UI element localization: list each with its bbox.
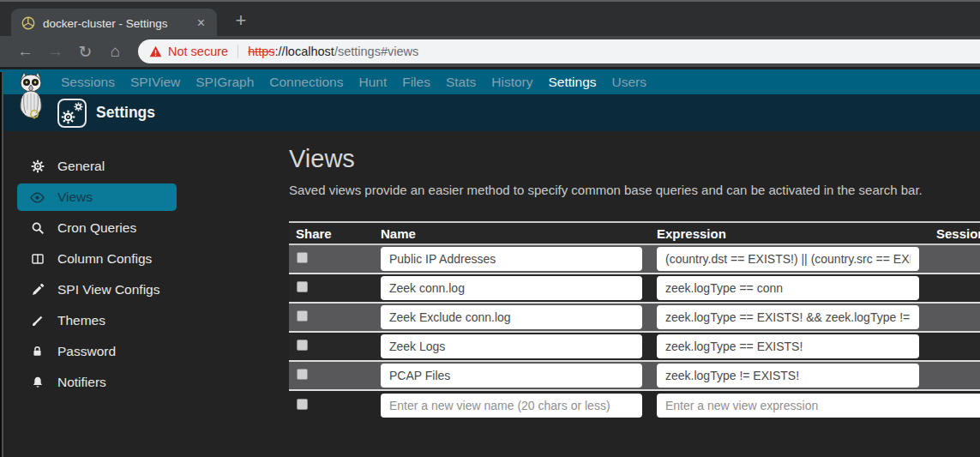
gear-icon bbox=[30, 159, 45, 174]
sidebar-label: General bbox=[57, 159, 105, 174]
page-title: Views bbox=[289, 145, 980, 173]
columns-icon bbox=[30, 252, 45, 267]
sidebar-label: Cron Queries bbox=[57, 220, 136, 236]
url-host: ://localhost bbox=[275, 45, 334, 58]
nav-history[interactable]: History bbox=[484, 75, 540, 90]
table-row bbox=[289, 333, 980, 362]
view-name-input[interactable] bbox=[381, 247, 642, 271]
view-name-input[interactable] bbox=[381, 334, 642, 358]
sidebar-item-themes[interactable]: Themes bbox=[17, 307, 177, 334]
table-row bbox=[289, 274, 980, 304]
url-path: /settings#views bbox=[334, 45, 418, 58]
favicon-arkime-icon bbox=[21, 16, 35, 30]
new-view-expression-input[interactable] bbox=[657, 394, 980, 418]
new-view-name-input[interactable] bbox=[381, 394, 642, 418]
nav-connections[interactable]: Connections bbox=[262, 75, 351, 90]
eye-icon bbox=[30, 190, 45, 205]
share-checkbox[interactable] bbox=[297, 252, 308, 263]
lock-icon bbox=[30, 345, 45, 359]
sidebar-item-views[interactable]: Views bbox=[17, 183, 177, 211]
col-expression: Expression bbox=[657, 226, 924, 241]
window-border bbox=[0, 72, 3, 457]
nav-files[interactable]: Files bbox=[394, 75, 438, 90]
share-checkbox[interactable] bbox=[297, 399, 308, 410]
tab-title: docker-cluster - Settings bbox=[43, 17, 188, 30]
browser-toolbar: ← → ↻ ⌂ Not secure https://localhost/set… bbox=[0, 36, 980, 69]
views-table-header: Share Name Expression Sessions bbox=[289, 221, 980, 245]
table-row bbox=[289, 362, 980, 391]
page-subheader: Settings bbox=[0, 94, 980, 131]
sidebar-item-spi-view-configs[interactable]: SPI View Configs bbox=[17, 276, 177, 304]
views-panel: Views Saved views provide an easier meth… bbox=[289, 134, 980, 420]
omnibox-divider bbox=[237, 45, 238, 58]
home-icon[interactable]: ⌂ bbox=[100, 42, 130, 61]
tab-close-icon[interactable]: × bbox=[195, 15, 207, 31]
view-expression-input[interactable] bbox=[657, 305, 919, 329]
eyedropper-icon bbox=[30, 283, 45, 298]
nav-spigraph[interactable]: SPIGraph bbox=[188, 75, 262, 90]
arkime-owl-logo[interactable] bbox=[13, 71, 49, 123]
nav-users[interactable]: Users bbox=[604, 75, 654, 90]
view-expression-input[interactable] bbox=[657, 364, 919, 388]
table-row bbox=[289, 304, 980, 333]
view-expression-input[interactable] bbox=[657, 247, 919, 271]
forward-icon[interactable]: → bbox=[40, 42, 70, 61]
sidebar-label: Notifiers bbox=[57, 375, 106, 390]
table-row bbox=[289, 245, 980, 274]
settings-gears-icon bbox=[57, 99, 87, 128]
sidebar-item-cron-queries[interactable]: Cron Queries bbox=[17, 214, 177, 242]
url-scheme: https bbox=[248, 45, 274, 58]
view-name-input[interactable] bbox=[381, 276, 642, 300]
new-tab-button[interactable]: + bbox=[228, 9, 254, 33]
not-secure-label: Not secure bbox=[168, 45, 228, 58]
nav-hunt[interactable]: Hunt bbox=[351, 75, 394, 90]
view-name-input[interactable] bbox=[381, 364, 642, 388]
nav-stats[interactable]: Stats bbox=[438, 75, 484, 90]
view-expression-input[interactable] bbox=[657, 334, 919, 358]
col-sessions: Sessions bbox=[924, 226, 980, 241]
sidebar-label: Themes bbox=[57, 313, 105, 328]
browser-tab[interactable]: docker-cluster - Settings × bbox=[11, 9, 217, 38]
share-checkbox[interactable] bbox=[297, 340, 308, 351]
sidebar-item-password[interactable]: Password bbox=[17, 338, 177, 365]
nav-settings[interactable]: Settings bbox=[541, 75, 604, 90]
sidebar-label: SPI View Configs bbox=[57, 282, 159, 298]
bell-icon bbox=[30, 376, 45, 390]
settings-sidebar: General Views Cron Queries Column Config… bbox=[0, 134, 266, 400]
sidebar-label: Views bbox=[57, 189, 93, 205]
warning-triangle-icon bbox=[149, 45, 162, 57]
page-description: Saved views provide an easier method to … bbox=[289, 183, 980, 197]
brush-icon bbox=[30, 314, 45, 328]
sidebar-label: Password bbox=[57, 344, 116, 359]
views-table: Share Name Expression Sessions bbox=[289, 221, 980, 420]
view-expression-input[interactable] bbox=[657, 276, 919, 300]
col-share: Share bbox=[289, 226, 381, 241]
app-navbar: Sessions SPIView SPIGraph Connections Hu… bbox=[0, 69, 980, 94]
subheader-title: Settings bbox=[96, 104, 155, 122]
share-checkbox[interactable] bbox=[297, 281, 308, 292]
share-checkbox[interactable] bbox=[297, 310, 308, 322]
share-checkbox[interactable] bbox=[297, 369, 308, 380]
sidebar-item-general[interactable]: General bbox=[17, 153, 177, 180]
col-name: Name bbox=[381, 226, 657, 241]
browser-tab-strip: docker-cluster - Settings × + bbox=[0, 0, 980, 36]
sidebar-item-column-configs[interactable]: Column Configs bbox=[17, 245, 177, 273]
search-icon bbox=[30, 221, 45, 236]
view-name-input[interactable] bbox=[381, 305, 642, 329]
address-bar[interactable]: Not secure https://localhost/settings#vi… bbox=[138, 39, 980, 63]
nav-spiview[interactable]: SPIView bbox=[123, 75, 188, 90]
back-icon[interactable]: ← bbox=[10, 42, 40, 61]
sidebar-label: Column Configs bbox=[57, 251, 152, 267]
nav-sessions[interactable]: Sessions bbox=[53, 75, 123, 90]
new-view-row bbox=[289, 391, 980, 420]
reload-icon[interactable]: ↻ bbox=[70, 42, 100, 62]
sidebar-item-notifiers[interactable]: Notifiers bbox=[17, 369, 177, 396]
